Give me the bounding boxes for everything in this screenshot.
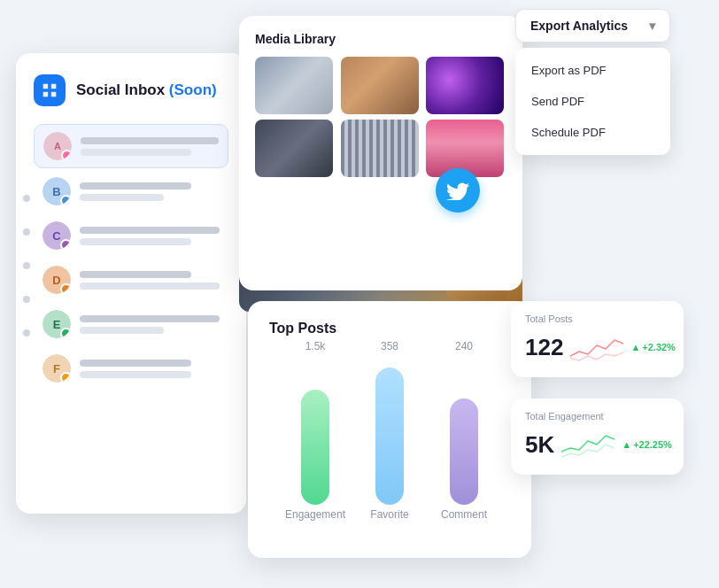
- total-posts-card: Total Posts 122 ▲ +2.32%: [511, 301, 684, 377]
- inbox-header: Social Inbox (Soon): [34, 74, 228, 106]
- comment-bar-wrapper: [437, 398, 491, 505]
- chart-value-labels: 1.5k 358 240: [269, 340, 510, 352]
- export-analytics-dropdown[interactable]: Export Analytics ▾ Export as PDF Send PD…: [515, 9, 670, 155]
- social-inbox-panel: Social Inbox (Soon) A B: [16, 53, 246, 514]
- message-preview: [80, 182, 220, 201]
- inbox-title: Social Inbox (Soon): [76, 81, 217, 99]
- media-thumbnail[interactable]: [341, 57, 419, 114]
- inbox-item[interactable]: F: [34, 347, 228, 390]
- sparkline-svg: [561, 427, 615, 462]
- media-library-title: Media Library: [255, 32, 506, 46]
- total-posts-label: Total Posts: [525, 313, 669, 324]
- name-line: [80, 182, 191, 190]
- avatar-badge: [61, 150, 72, 160]
- engagement-bar-wrapper: [289, 390, 342, 505]
- engagement-value: 1.5k: [284, 340, 346, 352]
- avatar: E: [43, 310, 71, 338]
- export-analytics-button[interactable]: Export Analytics ▾: [515, 9, 670, 43]
- inbox-item[interactable]: C: [34, 214, 228, 257]
- bar-chart: [269, 363, 510, 505]
- preview-line: [80, 282, 220, 290]
- inbox-list: A B C: [34, 124, 228, 390]
- message-preview: [80, 360, 220, 378]
- comment-value: 240: [433, 340, 495, 352]
- sparkline-svg: [570, 329, 623, 365]
- name-line: [81, 137, 219, 144]
- schedule-pdf-item[interactable]: Schedule PDF: [515, 117, 670, 148]
- favorite-label: Favorite: [359, 508, 421, 521]
- name-line: [80, 360, 191, 367]
- avatar: F: [43, 354, 71, 383]
- media-thumbnail[interactable]: [255, 120, 333, 177]
- inbox-item[interactable]: D: [34, 259, 228, 301]
- engagement-bar: [301, 390, 329, 505]
- inbox-item[interactable]: E: [34, 303, 228, 345]
- inbox-item[interactable]: B: [34, 170, 228, 213]
- avatar-badge: [60, 283, 71, 294]
- twitter-chip: [436, 168, 480, 213]
- message-preview: [80, 315, 220, 334]
- preview-line: [80, 238, 191, 245]
- arrow-up-icon: ▲: [622, 439, 631, 450]
- engagement-label: Engagement: [284, 508, 346, 521]
- preview-line: [80, 371, 191, 378]
- comment-bar: [450, 398, 478, 505]
- media-thumbnail[interactable]: [341, 120, 419, 177]
- total-engagement-row: 5K ▲ +22.25%: [525, 427, 669, 462]
- preview-line: [80, 327, 164, 334]
- name-line: [80, 227, 220, 234]
- nav-dot-5[interactable]: [23, 329, 30, 337]
- media-thumbnail[interactable]: [426, 120, 504, 177]
- favorite-bar-wrapper: [363, 368, 416, 505]
- total-posts-change: ▲ +2.32%: [630, 342, 676, 352]
- message-preview: [81, 137, 219, 156]
- comment-label: Comment: [433, 508, 495, 521]
- total-engagement-change: ▲ +22.25%: [622, 439, 672, 450]
- preview-line: [80, 194, 164, 201]
- total-posts-row: 122 ▲ +2.32%: [525, 329, 669, 365]
- favorite-value: 358: [359, 340, 421, 352]
- export-button-label: Export Analytics: [530, 19, 628, 33]
- nav-dot-1[interactable]: [23, 195, 30, 202]
- export-menu: Export as PDF Send PDF Schedule PDF: [515, 48, 670, 155]
- bar-x-labels: Engagement Favorite Comment: [269, 508, 510, 521]
- favorite-bar: [375, 368, 404, 505]
- avatar-badge: [60, 239, 71, 250]
- logo-icon: [40, 81, 59, 100]
- name-line: [80, 271, 191, 278]
- message-preview: [80, 271, 220, 290]
- sidebar-navigation: [23, 195, 30, 337]
- send-pdf-item[interactable]: Send PDF: [515, 86, 670, 117]
- preview-line: [81, 149, 191, 156]
- total-engagement-sparkline: [561, 427, 615, 462]
- app-logo: [34, 74, 66, 106]
- total-engagement-card: Total Engagement 5K ▲ +22.25%: [511, 398, 684, 475]
- avatar: A: [43, 132, 72, 160]
- media-thumbnail[interactable]: [426, 57, 504, 114]
- nav-dot-3[interactable]: [23, 262, 30, 269]
- media-library-panel: Media Library: [239, 16, 522, 290]
- total-engagement-value: 5K: [525, 431, 554, 459]
- avatar: D: [43, 266, 71, 294]
- nav-dot-2[interactable]: [23, 228, 30, 236]
- avatar-badge: [60, 195, 71, 205]
- total-posts-value: 122: [525, 334, 563, 361]
- inbox-item[interactable]: A: [34, 124, 228, 168]
- total-posts-sparkline: [570, 329, 623, 365]
- name-line: [80, 315, 220, 322]
- avatar: C: [43, 221, 71, 250]
- total-engagement-label: Total Engagement: [525, 411, 669, 422]
- message-preview: [80, 227, 220, 245]
- chevron-down-icon: ▾: [649, 19, 655, 33]
- avatar-badge: [60, 372, 71, 383]
- top-posts-panel: Top Posts 1.5k 358 240 Engagement Favori…: [248, 301, 531, 558]
- arrow-up-icon: ▲: [630, 342, 640, 352]
- inbox-soon-badge: (Soon): [169, 81, 217, 98]
- media-thumbnail[interactable]: [255, 57, 333, 114]
- avatar: B: [43, 177, 71, 205]
- top-posts-title: Top Posts: [269, 321, 510, 337]
- nav-dot-4[interactable]: [23, 296, 30, 303]
- twitter-icon: [446, 181, 469, 200]
- avatar-badge: [60, 328, 71, 338]
- export-pdf-item[interactable]: Export as PDF: [515, 55, 670, 86]
